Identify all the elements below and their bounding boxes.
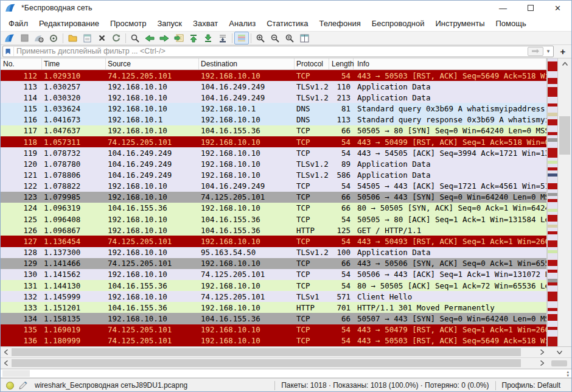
zoom-in-icon[interactable] — [253, 32, 268, 44]
column-header-length[interactable]: Length — [329, 58, 354, 69]
apply-filter-button[interactable] — [528, 47, 543, 56]
packet-row[interactable]: 1321.145999192.168.10.1074.125.205.101TL… — [1, 291, 546, 302]
menu-go[interactable]: Запуск — [152, 16, 187, 30]
scroll-right-arrow[interactable] — [537, 347, 547, 357]
packet-row[interactable]: 1131.030257192.168.10.10104.16.249.249TL… — [1, 81, 546, 92]
column-header-source[interactable]: Source — [106, 58, 199, 69]
stop-capture-icon[interactable] — [17, 32, 32, 44]
packet-row[interactable]: 1171.047637192.168.10.10104.16.155.36TCP… — [1, 125, 546, 136]
column-header-destination[interactable]: Destination — [199, 58, 295, 69]
packet-row[interactable]: 1151.033624192.168.10.10192.168.10.1DNS8… — [1, 103, 546, 114]
packet-row[interactable]: 1221.078822192.168.10.10104.16.249.249TC… — [1, 181, 546, 192]
horizontal-scroll-thumb[interactable] — [12, 359, 521, 367]
strip-scroll-thumb[interactable] — [2, 370, 30, 377]
filter-bookmark-icon[interactable] — [5, 47, 14, 56]
scroll-up-arrow[interactable] — [558, 58, 571, 69]
packet-row[interactable]: 1181.05731174.125.205.101192.168.10.10TC… — [1, 136, 546, 147]
maximize-button[interactable] — [517, 1, 544, 15]
corner-scroll-thumb[interactable] — [551, 360, 567, 366]
column-header-protocol[interactable]: Protocol — [295, 58, 329, 69]
column-header-info[interactable]: Info — [354, 58, 546, 69]
capture-comment-icon[interactable] — [19, 381, 27, 390]
menu-analyze[interactable]: Анализ — [223, 16, 261, 30]
horizontal-scrollbar-1[interactable] — [1, 347, 571, 358]
packet-cell-dst: 192.168.10.10 — [199, 303, 295, 312]
menu-view[interactable]: Просмотр — [105, 16, 152, 30]
expert-info-icon[interactable] — [6, 382, 14, 390]
resize-columns-icon[interactable] — [297, 32, 312, 44]
packet-row[interactable]: 1301.141562192.168.10.1074.125.205.101TC… — [1, 269, 546, 280]
go-back-icon[interactable] — [142, 32, 157, 44]
display-filter-input[interactable]: Применить дисплейный фильтр ... <Ctrl-/>… — [2, 46, 554, 57]
add-filter-button[interactable]: + — [557, 46, 569, 57]
packet-row[interactable]: 1251.096408192.168.10.10104.16.155.36TCP… — [1, 214, 546, 225]
packet-row[interactable]: 1361.18099974.125.205.101192.168.10.10TC… — [1, 335, 546, 346]
go-bottom-icon[interactable] — [201, 32, 215, 44]
filter-history-dropdown[interactable]: ▾ — [545, 47, 552, 56]
scroll-right-arrow[interactable] — [537, 358, 547, 368]
menu-wireless[interactable]: Беспроводной — [366, 16, 430, 30]
restart-capture-icon[interactable] — [46, 32, 61, 44]
menu-statistics[interactable]: Статистика — [261, 16, 313, 30]
start-capture-icon[interactable] — [2, 32, 17, 44]
packet-cell-len: 66 — [329, 126, 354, 135]
packet-row[interactable]: 1351.16901974.125.205.101192.168.10.10TC… — [1, 324, 546, 335]
minimize-button[interactable]: — — [489, 1, 517, 15]
packet-row[interactable]: 1271.13645474.125.205.101192.168.10.10TC… — [1, 236, 546, 247]
vertical-scroll-track[interactable] — [558, 69, 571, 346]
find-packet-icon[interactable] — [128, 32, 142, 44]
open-file-icon[interactable] — [65, 32, 80, 44]
scroll-down-arrow[interactable] — [547, 347, 571, 357]
packet-cell-proto: TLSv1.2 — [295, 93, 329, 102]
packet-row[interactable]: 1261.096867192.168.10.10104.16.155.36HTT… — [1, 225, 546, 236]
packet-cell-time: 1.180999 — [42, 336, 106, 345]
scroll-left-arrow[interactable] — [1, 347, 11, 357]
menu-capture[interactable]: Захват — [187, 16, 223, 30]
menu-help[interactable]: Помощь — [490, 16, 532, 30]
column-header-time[interactable]: Time — [42, 58, 106, 69]
packet-row[interactable]: 1161.041673192.168.10.1192.168.10.10DNS1… — [1, 114, 546, 125]
packet-cell-time: 1.137300 — [42, 248, 106, 257]
colorize-icon[interactable] — [234, 32, 249, 44]
go-forward-icon[interactable] — [157, 32, 172, 44]
reload-file-icon[interactable] — [109, 32, 124, 44]
capture-options-icon[interactable] — [32, 32, 46, 44]
zoom-normal-icon[interactable] — [282, 32, 297, 44]
packet-row[interactable]: 1191.078732104.16.249.249192.168.10.10TC… — [1, 147, 546, 158]
menu-tools[interactable]: Инструменты — [430, 16, 490, 30]
packet-row[interactable]: 1201.078780104.16.249.249192.168.10.10TL… — [1, 158, 546, 169]
save-file-icon[interactable] — [80, 32, 94, 44]
profile-selector[interactable]: Профиль: Default — [497, 381, 566, 390]
auto-scroll-icon[interactable] — [215, 32, 230, 44]
packet-row[interactable]: 1311.144130104.16.155.36192.168.10.10TCP… — [1, 280, 546, 291]
vertical-scrollbar[interactable] — [558, 58, 571, 346]
pane-spinner[interactable]: ▴▾ — [567, 370, 569, 377]
close-file-icon[interactable] — [94, 32, 109, 44]
packet-cell-no: 123 — [1, 192, 42, 201]
packet-row[interactable]: 1281.137300192.168.10.1095.163.54.50TLSv… — [1, 247, 546, 258]
column-header-no[interactable]: No. — [1, 58, 42, 69]
go-top-icon[interactable] — [186, 32, 201, 44]
go-to-packet-icon[interactable] — [172, 32, 186, 44]
packet-cell-dst: 192.168.10.10 — [199, 159, 295, 169]
vertical-scroll-thumb[interactable] — [559, 116, 570, 155]
intelligent-scrollbar-minimap[interactable] — [547, 58, 558, 346]
zoom-out-icon[interactable] — [268, 32, 282, 44]
horizontal-scroll-thumb[interactable] — [12, 348, 521, 356]
packet-cell-len: 66 — [329, 192, 354, 201]
packet-row[interactable]: 1331.151201104.16.155.36192.168.10.10HTT… — [1, 302, 546, 313]
packet-row[interactable]: 1241.096319104.16.155.36192.168.10.10TCP… — [1, 203, 546, 214]
scroll-left-arrow[interactable] — [1, 358, 11, 368]
menu-telephony[interactable]: Телефония — [313, 16, 366, 30]
packet-row[interactable]: 1291.14146674.125.205.101192.168.10.10TC… — [1, 258, 546, 269]
menu-file[interactable]: Файл — [3, 16, 33, 30]
resize-grip[interactable] — [565, 379, 571, 392]
packet-row[interactable]: 1231.079985192.168.10.1074.125.205.101TC… — [1, 192, 546, 203]
packet-row[interactable]: 1341.158135192.168.10.10104.16.155.36TCP… — [1, 313, 546, 324]
packet-row[interactable]: 1121.02931074.125.205.101192.168.10.10TC… — [1, 70, 546, 81]
menu-edit[interactable]: Редактирование — [33, 16, 105, 30]
close-button[interactable]: ✕ — [544, 1, 571, 15]
packet-row[interactable]: 1211.078806104.16.249.249192.168.10.10TL… — [1, 169, 546, 180]
packet-row[interactable]: 1141.030320192.168.10.10104.16.249.249TL… — [1, 92, 546, 103]
horizontal-scrollbar-2[interactable] — [1, 358, 571, 369]
